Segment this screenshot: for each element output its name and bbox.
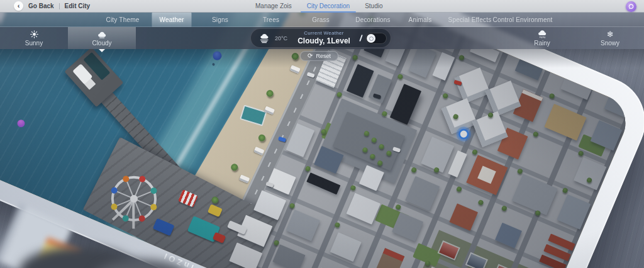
sun-icon [30,30,39,39]
category-control-environment[interactable]: Control Environment [486,13,560,27]
category-signs[interactable]: Signs [204,13,236,27]
category-city-theme[interactable]: City Theme [99,13,147,27]
chat-bubble-icon [628,3,635,10]
category-trees[interactable]: Trees [255,13,287,27]
beach-court [240,105,267,126]
weather-option-rainy[interactable]: Rainy [508,27,576,49]
toggle-knob [367,34,375,43]
cloud-icon [97,30,108,39]
rain-cloud-icon [537,30,548,39]
category-weather[interactable]: Weather [152,13,191,27]
reset-label: Reset [316,53,331,59]
tab-manage-zois[interactable]: Manage Zois [254,0,293,13]
palm-tree [257,133,266,142]
weather-bar: Sunny Cloudy Rainy ❄ Snowy [0,27,644,49]
back-button[interactable]: ‹ [14,1,23,11]
reset-button[interactable]: ⟳ Reset [300,51,338,61]
tab-studio[interactable]: Studio [364,0,384,13]
category-grass[interactable]: Grass [304,13,337,27]
category-bar: City Theme Weather Signs Trees Grass Dec… [0,13,644,27]
temperature-value: 20°C [275,35,287,42]
weather-option-label: Cloudy [92,40,111,47]
edit-city-label[interactable]: Edit City [65,3,91,9]
weather-option-label: Rainy [534,40,550,47]
snowflake-icon: ❄ [607,30,614,39]
screen: inZOI ‹ Go Back Edit City Manage Zois Ci… [0,0,644,268]
refresh-icon: ⟳ [308,53,313,59]
weather-option-sunny[interactable]: Sunny [0,27,68,49]
palm-tree [265,89,274,98]
map-label-chip [290,65,301,74]
top-bar: ‹ Go Back Edit City Manage Zois City Dec… [0,0,644,13]
divider [59,3,60,9]
current-weather-value: Cloudy, 1Level [297,36,350,46]
fog-cloud-icon [258,33,271,43]
weather-option-snowy[interactable]: ❄ Snowy [576,27,644,49]
weather-auto-toggle[interactable] [365,33,387,44]
weather-option-label: Sunny [25,40,43,47]
weather-option-label: Snowy [601,40,619,47]
palm-tree [230,163,239,172]
current-weather-panel: 20°C Current Weather Cloudy, 1Level [250,28,391,48]
category-decorations[interactable]: Decorations [348,13,398,27]
map-label-chip [239,174,250,183]
go-back-label[interactable]: Go Back [28,3,54,9]
palm-tree [291,52,299,60]
main-tabs: Manage Zois City Decoration Studio [254,0,384,13]
current-weather-title: Current Weather [304,30,344,36]
category-animals[interactable]: Animals [401,13,440,27]
toggle-accent [359,35,363,42]
chevron-left-icon: ‹ [18,3,20,9]
weather-option-cloudy[interactable]: Cloudy [68,27,136,49]
tab-city-decoration[interactable]: City Decoration [306,0,351,13]
community-button[interactable] [626,1,636,12]
map-label-chip [253,147,264,155]
